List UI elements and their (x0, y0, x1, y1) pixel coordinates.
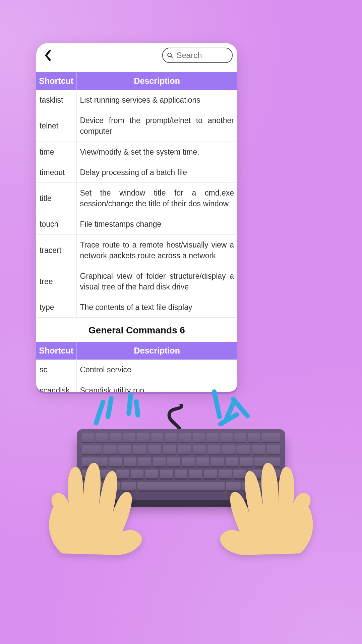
cell-shortcut: scandisk (36, 380, 76, 392)
search-icon (167, 52, 173, 59)
back-button[interactable] (42, 48, 54, 63)
table-header-row: Shortcut Description (36, 342, 237, 360)
cell-description: Control service (76, 360, 237, 380)
table-row: telnet Device from the prompt/telnet to … (36, 110, 237, 142)
svg-line-1 (171, 56, 173, 58)
search-input[interactable] (176, 51, 227, 60)
cell-description: View/modify & set the system time. (76, 142, 237, 162)
commands-table-2: Shortcut Description sc Control service … (36, 342, 237, 392)
table-row: scandisk Scandisk utility run (36, 380, 237, 392)
cell-description: File timestamps change (76, 214, 237, 234)
cell-shortcut: type (36, 297, 76, 318)
app-card: Shortcut Description tasklist List runni… (36, 43, 237, 392)
table-row: touch File timestamps change (36, 214, 237, 234)
cell-description: Delay processing of a batch file (76, 162, 237, 182)
table-row: tasklist List running services & applica… (36, 90, 237, 110)
header-shortcut: Shortcut (36, 342, 76, 360)
header-description: Description (76, 72, 237, 90)
cell-description: Set the window title for a cmd.exe sessi… (76, 182, 237, 214)
table-header-row: Shortcut Description (36, 72, 237, 90)
table-row: time View/modify & set the system time. (36, 142, 237, 162)
table-row: tracert Trace route to a remote host/vis… (36, 234, 237, 266)
cell-description: Scandisk utility run (76, 380, 237, 392)
cell-shortcut: telnet (36, 110, 76, 142)
header-shortcut: Shortcut (36, 72, 76, 90)
cell-description: The contents of a text file display (76, 297, 237, 318)
header-description: Description (76, 342, 237, 360)
top-bar (36, 43, 237, 68)
cell-shortcut: time (36, 142, 76, 162)
cell-shortcut: timeout (36, 162, 76, 182)
cell-shortcut: tree (36, 266, 76, 297)
search-field[interactable] (162, 48, 233, 63)
commands-table-1: Shortcut Description tasklist List runni… (36, 72, 237, 318)
cell-description: Device from the prompt/telnet to another… (76, 110, 237, 142)
spacer (36, 68, 237, 72)
cell-description: Graphical view of folder structure/displ… (76, 266, 237, 297)
chevron-left-icon (44, 50, 52, 61)
cell-description: List running services & applications (76, 90, 237, 110)
table-row: tree Graphical view of folder structure/… (36, 266, 237, 297)
table-row: title Set the window title for a cmd.exe… (36, 182, 237, 214)
cell-shortcut: title (36, 182, 76, 214)
cell-shortcut: tracert (36, 234, 76, 266)
content-scroll[interactable]: Shortcut Description tasklist List runni… (36, 68, 237, 392)
cell-shortcut: touch (36, 214, 76, 234)
table-row: sc Control service (36, 360, 237, 380)
section-title: General Commands 6 (36, 318, 237, 342)
cell-shortcut: tasklist (36, 90, 76, 110)
table-row: type The contents of a text file display (36, 297, 237, 318)
cell-description: Trace route to a remote host/visually vi… (76, 234, 237, 266)
cell-shortcut: sc (36, 360, 76, 380)
table-row: timeout Delay processing of a batch file (36, 162, 237, 182)
